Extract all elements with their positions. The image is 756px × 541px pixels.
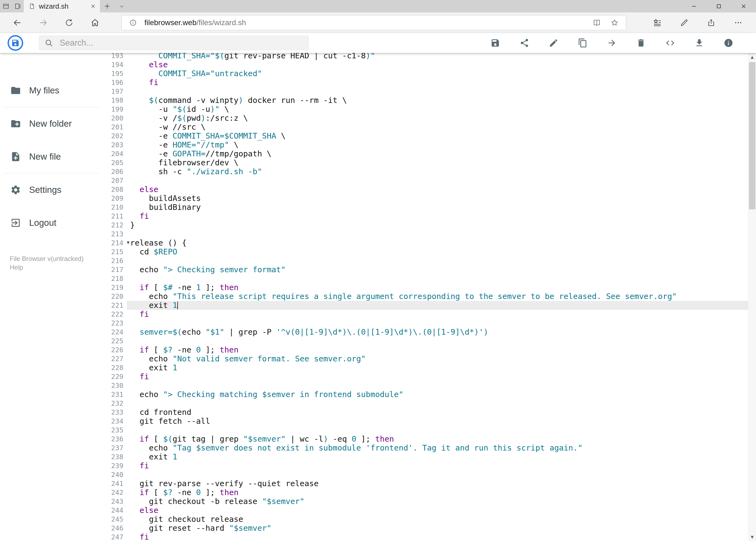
code-line[interactable]: 247 fi bbox=[111, 533, 748, 541]
code-line[interactable]: 243 git checkout -b release "$semver" bbox=[111, 497, 748, 506]
delete-button[interactable] bbox=[631, 33, 651, 53]
set-tabs-aside-icon[interactable] bbox=[12, 0, 24, 12]
sidebar-item-my-files[interactable]: My files bbox=[0, 74, 111, 107]
code-line[interactable]: 217 echo "> Checking semver format" bbox=[111, 265, 748, 274]
sidebar-item-new-file[interactable]: New file bbox=[0, 140, 111, 173]
code-line[interactable]: 223 bbox=[111, 319, 748, 327]
back-icon[interactable] bbox=[4, 14, 30, 31]
chevron-down-icon[interactable] bbox=[115, 0, 129, 12]
scroll-down-icon[interactable]: ▼ bbox=[748, 533, 756, 541]
code-line[interactable]: 228 exit 1 bbox=[111, 363, 748, 372]
code-line[interactable]: 200 -v /$(pwd):/src:z \ bbox=[111, 114, 748, 123]
download-button[interactable] bbox=[690, 33, 709, 53]
favorites-hub-icon[interactable] bbox=[644, 14, 671, 31]
reading-view-icon[interactable] bbox=[590, 16, 603, 29]
code-line[interactable]: 234 git fetch --all bbox=[111, 417, 748, 426]
code-line[interactable]: 206 sh -c "./wizard.sh -b" bbox=[111, 167, 748, 176]
sidebar-item-settings[interactable]: Settings bbox=[0, 174, 111, 206]
line-number: 244 bbox=[111, 506, 127, 515]
tab-preview-icon[interactable] bbox=[0, 0, 12, 12]
url-field[interactable]: filebrowser.web/files/wizard.sh bbox=[122, 15, 626, 30]
favorite-star-icon[interactable] bbox=[608, 16, 621, 29]
code-line[interactable]: 204 -e GOPATH=//tmp/gopath \ bbox=[111, 149, 748, 158]
code-line[interactable]: 233 cd frontend bbox=[111, 408, 748, 417]
code-line[interactable]: 231 echo "> Checking matching $semver in… bbox=[111, 390, 748, 399]
code-line[interactable]: 240 bbox=[111, 470, 748, 479]
line-number: 222 bbox=[111, 310, 127, 319]
sidebar-item-logout[interactable]: Logout bbox=[0, 206, 111, 239]
code-line[interactable]: 244 else bbox=[111, 506, 748, 515]
code-line[interactable]: 202 -e COMMIT_SHA=$COMMIT_SHA \ bbox=[111, 132, 748, 141]
code-line[interactable]: 235 bbox=[111, 426, 748, 435]
share-file-button[interactable] bbox=[515, 33, 534, 53]
code-line[interactable]: 208 else bbox=[111, 185, 748, 194]
code-line[interactable]: 242 if [ $? -ne 0 ]; then bbox=[111, 488, 748, 497]
browser-tab[interactable]: wizard.sh bbox=[24, 0, 100, 12]
code-line[interactable]: 227 echo "Not valid semver format. See s… bbox=[111, 354, 748, 363]
code-line[interactable]: 238 exit 1 bbox=[111, 452, 748, 461]
code-line[interactable]: 232 bbox=[111, 399, 748, 408]
code-line[interactable]: 207 bbox=[111, 176, 748, 185]
sidebar-item-new-folder[interactable]: New folder bbox=[0, 107, 111, 140]
code-line[interactable]: 199 -u "$(id -u)" \ bbox=[111, 105, 748, 114]
save-button[interactable] bbox=[486, 33, 505, 53]
code-line[interactable]: 229 fi bbox=[111, 372, 748, 381]
more-options-icon[interactable] bbox=[725, 14, 752, 31]
code-line[interactable]: 196 fi bbox=[111, 78, 748, 87]
copy-button[interactable] bbox=[573, 33, 593, 53]
code-line[interactable]: 220 echo "This release script requires a… bbox=[111, 292, 748, 301]
scroll-up-icon[interactable]: ▲ bbox=[748, 53, 756, 61]
code-line[interactable]: 203 -e HOME="//tmp" \ bbox=[111, 141, 748, 149]
refresh-icon[interactable] bbox=[56, 14, 82, 31]
code-line[interactable]: 209 buildAssets bbox=[111, 194, 748, 203]
info-button[interactable] bbox=[719, 33, 738, 53]
annotate-pen-icon[interactable] bbox=[671, 14, 698, 31]
fold-arrow-icon[interactable]: ▾ bbox=[127, 238, 133, 247]
close-button[interactable] bbox=[731, 0, 756, 12]
code-line[interactable]: 197 bbox=[111, 87, 748, 96]
code-line[interactable]: 230 bbox=[111, 381, 748, 390]
code-line[interactable]: 215 cd $REPO bbox=[111, 248, 748, 256]
code-line[interactable]: 225 bbox=[111, 336, 748, 345]
code-line[interactable]: 212} bbox=[111, 221, 748, 230]
code-line[interactable]: 222 fi bbox=[111, 310, 748, 319]
code-line[interactable]: 236 if [ $(git tag | grep "$semver" | wc… bbox=[111, 435, 748, 443]
maximize-button[interactable] bbox=[706, 0, 731, 12]
code-line[interactable]: 218 bbox=[111, 274, 748, 283]
search-input[interactable]: Search... bbox=[39, 36, 309, 50]
code-line[interactable]: 211 fi bbox=[111, 212, 748, 221]
code-line[interactable]: 216 bbox=[111, 256, 748, 265]
code-line[interactable]: 237 echo "Tag $semver does not exist in … bbox=[111, 443, 748, 452]
code-line[interactable]: 241 git rev-parse --verify --quiet relea… bbox=[111, 479, 748, 488]
code-line[interactable]: 224 semver=$(echo "$1" | grep -P '^v(0|[… bbox=[111, 327, 748, 336]
code-editor[interactable]: 193 COMMIT_SHA="$(git rev-parse HEAD | c… bbox=[111, 51, 748, 541]
home-icon[interactable] bbox=[82, 14, 108, 31]
code-line[interactable]: 219 if [ $# -ne 1 ]; then bbox=[111, 283, 748, 292]
help-link[interactable]: Help bbox=[10, 263, 84, 272]
new-tab-icon[interactable] bbox=[100, 0, 115, 12]
move-button[interactable] bbox=[602, 33, 622, 53]
share-icon[interactable] bbox=[698, 14, 725, 31]
code-line[interactable]: 246 git reset --hard "$semver" bbox=[111, 524, 748, 533]
code-line[interactable]: 205 filebrowser/dev \ bbox=[111, 158, 748, 167]
code-line[interactable]: 221 exit 1 bbox=[111, 301, 748, 310]
tab-close-icon[interactable] bbox=[90, 3, 96, 9]
code-line[interactable]: 239 fi bbox=[111, 461, 748, 470]
code-line[interactable]: 226 if [ $? -ne 0 ]; then bbox=[111, 345, 748, 354]
rename-button[interactable] bbox=[544, 33, 563, 53]
code-line[interactable]: 194 else bbox=[111, 60, 748, 69]
scrollbar-thumb[interactable] bbox=[749, 62, 755, 209]
code-view-button[interactable] bbox=[660, 33, 680, 53]
code-line[interactable]: 213 bbox=[111, 230, 748, 239]
code-line[interactable]: 214▾release () { bbox=[111, 239, 748, 248]
line-number: 224 bbox=[111, 327, 127, 336]
code-line[interactable]: 195 COMMIT_SHA="untracked" bbox=[111, 69, 748, 78]
scrollbar[interactable]: ▲ ▼ bbox=[748, 53, 756, 541]
code-line[interactable]: 201 -w //src \ bbox=[111, 123, 748, 132]
forward-icon[interactable] bbox=[30, 14, 56, 31]
minimize-button[interactable] bbox=[681, 0, 706, 12]
code-line[interactable]: 245 git checkout release bbox=[111, 515, 748, 524]
code-line[interactable]: 210 buildBinary bbox=[111, 203, 748, 212]
code-line[interactable]: 198 $(command -v winpty) docker run --rm… bbox=[111, 96, 748, 105]
site-info-icon[interactable] bbox=[126, 16, 139, 29]
